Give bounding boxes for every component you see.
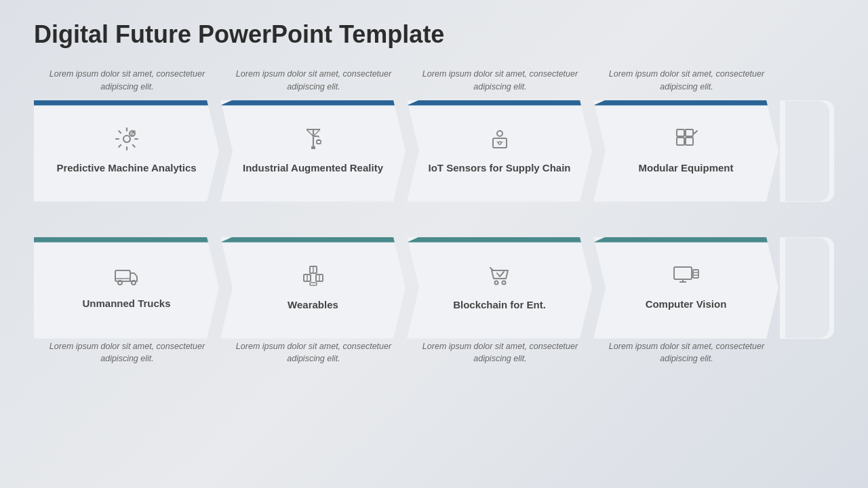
card-label-ar: Industrial Augmented Reality — [243, 161, 383, 175]
page: Digital Future PowerPoint Template Lorem… — [0, 0, 868, 488]
svg-point-31 — [494, 281, 498, 285]
svg-rect-16 — [677, 129, 684, 136]
card-top-bar — [34, 100, 219, 106]
page-title: Digital Future PowerPoint Template — [34, 20, 834, 49]
boxes-icon — [301, 264, 326, 291]
card-predictive-machine: Predictive Machine Analytics — [34, 100, 219, 202]
svg-rect-12 — [493, 138, 507, 148]
card-label-trucks: Unmanned Trucks — [82, 297, 170, 310]
card-top-bar — [220, 100, 406, 106]
svg-point-21 — [132, 281, 136, 285]
card-label-blockchain: Blockchain for Ent. — [453, 298, 546, 312]
top-desc-1: Lorem ipsum dolor sit amet, consectetuer… — [34, 68, 220, 99]
bottom-desc-3: Lorem ipsum dolor sit amet, consectetuer… — [407, 340, 593, 371]
svg-line-30 — [490, 268, 493, 270]
row-cap-bottom — [780, 237, 834, 339]
svg-rect-17 — [686, 138, 693, 145]
cart-icon — [488, 264, 512, 291]
card-label-cv: Computer Vision — [646, 298, 727, 311]
boxes-check-icon — [674, 127, 698, 155]
svg-point-11 — [497, 131, 502, 136]
truck-icon — [114, 265, 140, 290]
row-cap-top — [780, 100, 834, 202]
svg-point-1 — [130, 131, 135, 136]
card-label-modular: Modular Equipment — [639, 161, 734, 175]
card-top-bar — [593, 237, 778, 243]
crane-icon — [301, 127, 326, 155]
svg-rect-36 — [693, 270, 698, 278]
bottom-descriptions: Lorem ipsum dolor sit amet, consectetuer… — [34, 340, 834, 371]
card-modular-equipment: Modular Equipment — [593, 100, 778, 202]
svg-rect-18 — [686, 129, 693, 136]
svg-rect-29 — [310, 283, 317, 285]
card-top-bar — [407, 237, 592, 243]
card-industrial-ar: Industrial Augmented Reality — [220, 100, 406, 202]
top-cards-row: Predictive Machine Analytics — [34, 100, 834, 202]
bottom-desc-1: Lorem ipsum dolor sit amet, consectetuer… — [34, 340, 220, 371]
card-blockchain: Blockchain for Ent. — [407, 237, 592, 339]
card-label-iot: IoT Sensors for Supply Chain — [428, 161, 570, 175]
person-screen-icon — [488, 127, 512, 155]
svg-point-0 — [123, 136, 130, 142]
svg-rect-33 — [674, 267, 692, 279]
bottom-desc-4: Lorem ipsum dolor sit amet, consectetuer… — [593, 340, 780, 371]
top-desc-2: Lorem ipsum dolor sit amet, consectetuer… — [220, 68, 407, 99]
card-top-bar — [220, 237, 406, 243]
card-top-bar — [34, 237, 219, 243]
card-computer-vision: Computer Vision — [593, 237, 778, 339]
svg-rect-15 — [677, 138, 684, 145]
bottom-section: Unmanned Trucks — [34, 237, 834, 373]
bottom-cards-row: Unmanned Trucks — [34, 237, 834, 339]
card-iot-sensors: IoT Sensors for Supply Chain — [407, 100, 592, 202]
svg-rect-19 — [115, 270, 130, 281]
svg-rect-8 — [317, 140, 321, 144]
top-desc-4: Lorem ipsum dolor sit amet, consectetuer… — [593, 68, 780, 99]
top-desc-3: Lorem ipsum dolor sit amet, consectetuer… — [407, 68, 593, 99]
monitor-icon — [673, 264, 700, 291]
gear-icon — [115, 127, 139, 155]
card-top-bar — [593, 100, 778, 106]
svg-point-20 — [118, 281, 122, 285]
svg-line-4 — [307, 129, 313, 136]
card-label-wearables: Wearables — [288, 298, 338, 312]
top-descriptions: Lorem ipsum dolor sit amet, consectetuer… — [34, 68, 834, 99]
card-wearables: Wearables — [220, 237, 406, 339]
card-label-predictive: Predictive Machine Analytics — [56, 161, 196, 175]
svg-point-14 — [498, 142, 501, 144]
card-unmanned-trucks: Unmanned Trucks — [34, 237, 219, 339]
svg-line-5 — [313, 129, 320, 136]
card-top-bar — [407, 100, 592, 106]
svg-point-32 — [502, 281, 505, 285]
bottom-desc-2: Lorem ipsum dolor sit amet, consectetuer… — [220, 340, 407, 371]
top-section: Lorem ipsum dolor sit amet, consectetuer… — [34, 68, 834, 202]
